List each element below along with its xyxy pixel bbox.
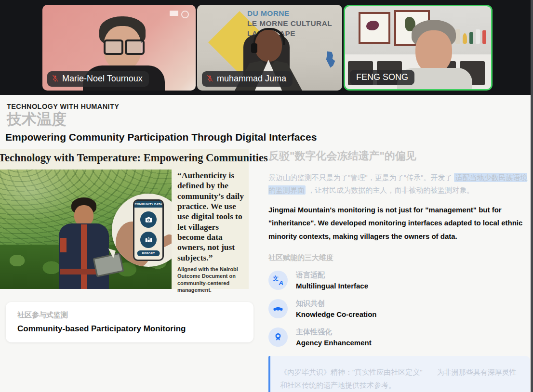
- participant-name: FENG SONG: [356, 72, 408, 82]
- video-tile-feng-active-speaker[interactable]: FENG SONG: [344, 5, 493, 91]
- slide-right-column: 反驳"数字化会冻结遗产"的偏见 景迈山的监测不只是为了"管理"，更是为了"传承"…: [268, 149, 530, 392]
- nairobi-callout: 《内罗毕共识》精神："真实性应由社区定义"——为非洲那些具有深厚灵性和社区传统的…: [268, 356, 530, 392]
- phone-app-header: COMMUNITY DATA: [134, 201, 162, 208]
- mic-muted-icon: [52, 75, 59, 83]
- features-heading: 社区赋能的三大维度: [268, 253, 530, 262]
- poster-title: Technology with Temperature: Empowering …: [0, 152, 249, 164]
- poster-attribution: Aligned with the Nairobi Outcome Documen…: [177, 266, 245, 293]
- background-logos: [170, 11, 189, 18]
- monitoring-card-zh: 社区参与式监测: [17, 311, 253, 320]
- video-tile-juma[interactable]: DU MORNE LE MORNE CULTURAL LANDSCAPE: [197, 5, 342, 91]
- map-pin-icon: [140, 232, 157, 248]
- monitoring-card-en: Community-based Participatory Monitoring: [17, 324, 253, 334]
- handshake-icon: [268, 299, 288, 318]
- camera-icon: [140, 211, 157, 228]
- translate-icon: 文A: [268, 271, 288, 290]
- poster-quote: “Authenticity is defined by the communit…: [177, 170, 248, 263]
- badge-icon: [268, 327, 288, 347]
- picture-frame: [359, 12, 390, 44]
- feature-multilingual: 文A 语言适配 Multilingual Interface: [268, 271, 530, 290]
- poster-panel: Technology with Temperature: Empowering …: [0, 149, 249, 289]
- name-label: muhammad Juma: [202, 71, 293, 87]
- feature-agency: 主体性强化 Agency Enhancement: [268, 327, 530, 347]
- video-tile-marie[interactable]: Marie-Noel Tournoux: [42, 5, 196, 91]
- participant-name: muhammad Juma: [217, 74, 286, 84]
- mic-muted-icon: [206, 75, 213, 83]
- participant-name: Marie-Noel Tournoux: [62, 74, 143, 84]
- participant-silhouette: [255, 30, 282, 62]
- right-heading: 反驳"数字化会冻结遗产"的偏见: [268, 149, 530, 163]
- feature-cocreation: 知识共创 Knowledge Co-creation: [268, 299, 530, 318]
- name-label: FENG SONG: [350, 70, 414, 85]
- report-pill: REPORT: [137, 250, 160, 256]
- monitoring-card: 社区参与式监测 Community-based Participatory Mo…: [6, 302, 253, 342]
- paragraph-en: Jingmai Mountain's monitoring is not jus…: [268, 203, 530, 243]
- window-edge: [531, 0, 533, 392]
- paragraph-zh: 景迈山的监测不只是为了"管理"，更是为了"传承"。开发了 适配当地少数民族语境的…: [268, 171, 530, 197]
- phone-graphic: COMMUNITY DATA: [133, 199, 164, 261]
- slide-title-zh: 技术温度: [7, 109, 67, 130]
- meeting-window: Marie-Noel Tournoux DU MORNE LE MORNE CU…: [0, 0, 533, 392]
- name-label: Marie-Noel Tournoux: [47, 71, 149, 87]
- shared-slide: TECHNOLOGY WITH HUMANITY 技术温度 Empowering…: [0, 95, 533, 392]
- callout-zh: 《内罗毕共识》精神："真实性应由社区定义"——为非洲那些具有深厚灵性和社区传统的…: [280, 366, 520, 392]
- africa-map-graphic: [321, 51, 338, 70]
- video-strip: Marie-Noel Tournoux DU MORNE LE MORNE CU…: [0, 0, 533, 95]
- slide-subtitle: Empowering Community Participation Throu…: [5, 131, 317, 143]
- tea-field-photo: COMMUNITY DATA: [0, 170, 172, 289]
